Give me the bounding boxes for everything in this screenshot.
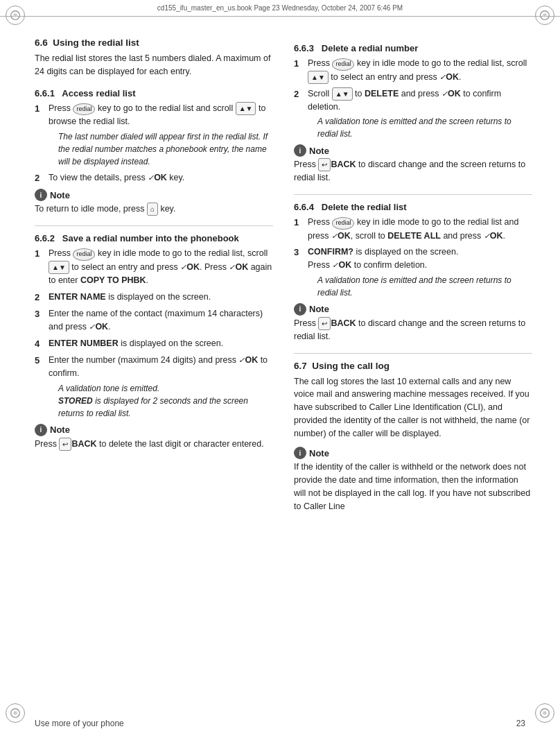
- section-6-6: 6.6 Using the redial list The redial lis…: [35, 37, 273, 78]
- section-6-6-4-title: 6.6.4 Delete the redial list: [294, 202, 532, 212]
- svg-point-5: [13, 711, 17, 714]
- italic-note-3: A validation tone is emitted and the scr…: [317, 115, 532, 140]
- footer-left: Use more of your phone: [35, 719, 124, 728]
- ok-key-8: ✓: [331, 230, 338, 242]
- section-6-6-intro: The redial list stores the last 5 number…: [35, 52, 273, 78]
- section-6-6-4: 6.6.4 Delete the redial list 1 Press red…: [294, 202, 532, 343]
- scroll-key: ▲▼: [236, 102, 256, 115]
- step-3: 3 Enter the name of the contact (maximum…: [35, 307, 273, 334]
- back-key-2: ↩: [318, 158, 331, 171]
- note-6-6-2: i Note Press ↩BACK to delete the last di…: [35, 424, 273, 451]
- section-6-6-2: 6.6.2 Save a redial number into the phon…: [35, 233, 273, 450]
- step-5: 5 Enter the number (maximum 24 digits) a…: [35, 354, 273, 420]
- corner-mark-tr: [535, 6, 554, 25]
- svg-point-1: [13, 13, 17, 17]
- right-column: 6.6.3 Delete a redial number 1 Press red…: [294, 37, 532, 522]
- note-text-6-6-4: Press ↩BACK to discard change and the sc…: [294, 317, 532, 343]
- step-2: 2 To view the details, press ✓OK key.: [35, 171, 273, 185]
- step-2: 2 ENTER NAME is displayed on the screen.: [35, 291, 273, 304]
- italic-note-1: The last number dialed will appear first…: [58, 130, 273, 168]
- ok-key-6: ✓: [439, 71, 446, 83]
- step-3: 3 CONFIRM? is displayed on the screen. P…: [294, 246, 532, 299]
- ok-key-2: ✓: [180, 261, 186, 273]
- page-header: cd155_ifu_master_en_us.book Page 23 Wedn…: [0, 0, 560, 17]
- note-6-6-1: i Note To return to idle mode, press ⌂ k…: [35, 189, 273, 216]
- section-6-6-1: 6.6.1 Access redial list 1 Press redial …: [35, 88, 273, 216]
- redial-key-3: redial: [332, 58, 354, 71]
- note-text-6-6-1: To return to idle mode, press ⌂ key.: [35, 203, 273, 216]
- corner-mark-tl: [6, 6, 25, 25]
- step-1: 1 Press redial key in idle mode to go to…: [294, 57, 532, 84]
- note-text-6-7: If the identity of the caller is withhel…: [294, 461, 532, 513]
- ok-key-7: ✓: [441, 88, 448, 100]
- svg-point-3: [543, 13, 546, 17]
- redial-key-4: redial: [332, 217, 354, 230]
- back-key: ↩: [59, 438, 71, 451]
- redial-key-2: redial: [73, 248, 95, 261]
- note-icon-4: i: [294, 303, 306, 316]
- section-6-6-3: 6.6.3 Delete a redial number 1 Press red…: [294, 43, 532, 184]
- section-6-6-1-title: 6.6.1 Access redial list: [35, 88, 273, 98]
- italic-note-4: A validation tone is emitted and the scr…: [317, 274, 532, 299]
- note-text-6-6-2: Press ↩BACK to delete the last digit or …: [35, 438, 273, 451]
- note-text-6-6-3: Press ↩BACK to discard change and the sc…: [294, 158, 532, 184]
- left-column: 6.6 Using the redial list The redial lis…: [35, 37, 273, 522]
- ok-key: ✓: [148, 172, 154, 184]
- note-icon: i: [35, 189, 47, 201]
- note-6-6-3: i Note Press ↩BACK to discard change and…: [294, 144, 532, 184]
- step-4: 4 ENTER NUMBER is displayed on the scree…: [35, 337, 273, 351]
- scroll-key-3: ▲▼: [308, 71, 329, 84]
- note-icon-5: i: [294, 447, 306, 459]
- idle-key: ⌂: [147, 203, 158, 216]
- section-6-7: 6.7 Using the call log The call log stor…: [294, 361, 532, 513]
- section-6-7-intro: The call log stores the last 10 external…: [294, 375, 532, 440]
- page-footer: Use more of your phone 23: [0, 716, 560, 731]
- back-key-3: ↩: [318, 317, 331, 330]
- note-icon-3: i: [294, 144, 306, 157]
- note-6-6-4: i Note Press ↩BACK to discard change and…: [294, 303, 532, 343]
- step-1: 1 Press redial key to go to the redial l…: [35, 102, 273, 168]
- footer-right: 23: [516, 719, 525, 728]
- section-6-6-title: 6.6 Using the redial list: [35, 37, 273, 48]
- italic-note-2: A validation tone is emitted. STORED is …: [58, 382, 273, 420]
- note-6-7: i Note If the identity of the caller is …: [294, 447, 532, 513]
- scroll-key-2: ▲▼: [49, 261, 69, 274]
- svg-point-7: [543, 711, 546, 714]
- note-icon-2: i: [35, 424, 47, 436]
- step-2: 2 Scroll ▲▼ to DELETE and press ✓OK to c…: [294, 87, 532, 141]
- scroll-key-4: ▲▼: [332, 87, 353, 101]
- step-list-6-6-2: 1 Press redial key in idle mode to go to…: [35, 247, 273, 419]
- ok-key-9: ✓: [484, 230, 490, 242]
- section-6-7-title: 6.7 Using the call log: [294, 361, 532, 371]
- step-list-6-6-3: 1 Press redial key in idle mode to go to…: [294, 57, 532, 140]
- section-6-6-3-title: 6.6.3 Delete a redial number: [294, 43, 532, 53]
- step-list-6-6-1: 1 Press redial key to go to the redial l…: [35, 102, 273, 185]
- redial-key: redial: [73, 103, 95, 116]
- step-1: 1 Press redial key in idle mode to go to…: [294, 216, 532, 242]
- header-text: cd155_ifu_master_en_us.book Page 23 Wedn…: [157, 4, 403, 12]
- step-list-6-6-4: 1 Press redial key in idle mode to go to…: [294, 216, 532, 299]
- section-6-6-2-title: 6.6.2 Save a redial number into the phon…: [35, 233, 273, 243]
- step-1: 1 Press redial key in idle mode to go to…: [35, 247, 273, 286]
